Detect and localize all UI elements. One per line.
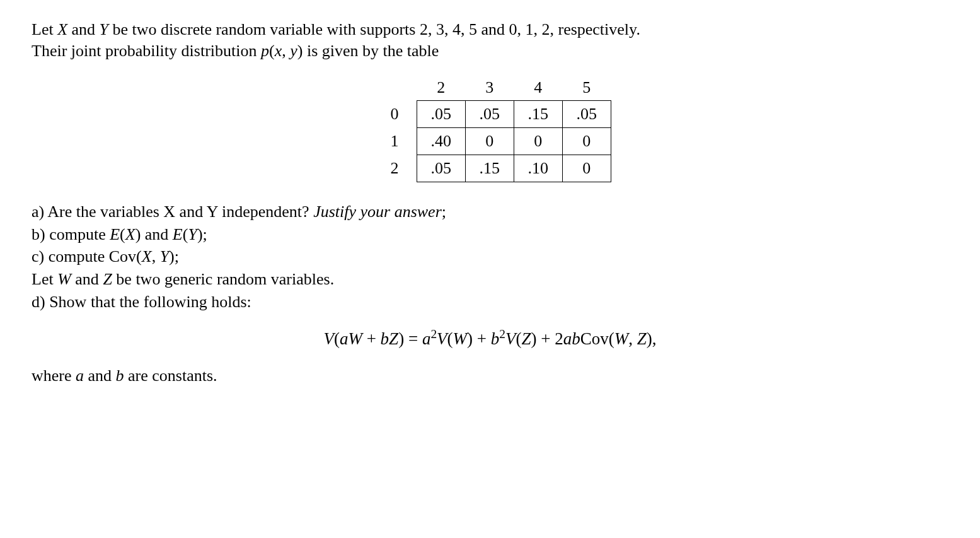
eq-lhs-open: (: [334, 329, 340, 348]
qa-post: ;: [442, 202, 446, 221]
eq-equals: =: [404, 329, 422, 348]
qd-text: d) Show that the following holds:: [32, 293, 251, 311]
table-row: 2 .05 .15 .10 0: [369, 155, 611, 182]
row-header: 1: [369, 128, 417, 155]
question-d: d) Show that the following holds:: [32, 291, 948, 313]
eq-sq2: 2: [499, 327, 505, 341]
question-c: c) compute Cov(X, Y);: [32, 246, 948, 267]
eq-ab: ab: [563, 329, 580, 348]
closing-mid: and: [84, 366, 116, 385]
func-p: p: [261, 42, 269, 60]
intro-text-4: Their joint probability distribution: [32, 42, 261, 60]
eq-lhs-close: ): [398, 329, 404, 348]
closing-a: a: [76, 366, 84, 385]
eq-V: V: [323, 329, 334, 348]
qb-mid: and: [141, 225, 173, 243]
eq-sq1: 2: [430, 327, 437, 341]
closing-line: where a and b are constants.: [32, 365, 948, 387]
row-header: 0: [369, 101, 417, 128]
eq-VW: V: [437, 329, 447, 348]
var-Y: Y: [100, 20, 108, 38]
let-pre: Let: [32, 270, 57, 288]
qa-text: a) Are the variables X and Y independent…: [32, 202, 313, 221]
questions-block: a) Are the variables X and Y independent…: [32, 201, 948, 313]
col-header: 3: [465, 74, 514, 101]
qb-post: ;: [203, 225, 207, 243]
eq-W: W: [348, 329, 362, 348]
eq-Cov-arg: (W, Z): [609, 329, 652, 348]
qb-text: b) compute: [32, 225, 110, 243]
var-Z: Z: [103, 270, 112, 288]
prob-cell: .40: [417, 128, 465, 155]
intro-text-3: be two discrete random variable with sup…: [108, 20, 640, 38]
eq-a: a: [340, 329, 349, 348]
eq-b2: b: [491, 329, 500, 348]
question-b: b) compute E(X) and E(Y);: [32, 224, 948, 245]
prob-cell: .05: [562, 101, 611, 128]
prob-cell: 0: [562, 155, 611, 182]
closing-b: b: [116, 366, 124, 385]
prob-cell: 0: [562, 128, 611, 155]
probability-table-wrap: 2 3 4 5 0 .05 .05 .15 .05 1 .40 0 0 0 2 …: [32, 74, 948, 182]
eq-plus2: +: [473, 329, 491, 348]
qa-italic: Justify your answer: [313, 202, 442, 221]
eq-VZ-arg: (Z): [516, 329, 537, 348]
table-corner: [369, 74, 417, 101]
col-header: 2: [417, 74, 465, 101]
intro-paragraph: Let X and Y be two discrete random varia…: [32, 19, 948, 62]
qb-EY: E: [173, 225, 183, 243]
prob-cell: 0: [514, 128, 562, 155]
qb-EX: E: [110, 225, 120, 243]
intro-text-1: Let: [32, 20, 57, 38]
let-post: be two generic random variables.: [112, 270, 334, 288]
prob-cell: .15: [465, 155, 514, 182]
eq-plus1: +: [362, 329, 381, 348]
eq-plus3: + 2: [537, 329, 563, 348]
qc-text: c) compute Cov: [32, 247, 136, 266]
prob-cell: .10: [514, 155, 562, 182]
eq-VW-arg: (W): [447, 329, 473, 348]
closing-post: are constants.: [124, 366, 217, 385]
equation-display: V(aW + bZ) = a2V(W) + b2V(Z) + 2abCov(W,…: [32, 328, 948, 350]
intro-text-2: and: [67, 20, 100, 38]
qc-post: ;: [175, 247, 179, 266]
prob-cell: 0: [465, 128, 514, 155]
col-header: 5: [562, 74, 611, 101]
prob-cell: .15: [514, 101, 562, 128]
eq-a2: a: [422, 329, 431, 348]
prob-cell: .05: [417, 155, 465, 182]
var-X: X: [57, 20, 67, 38]
eq-Cov: Cov: [580, 329, 609, 348]
probability-table: 2 3 4 5 0 .05 .05 .15 .05 1 .40 0 0 0 2 …: [369, 74, 611, 182]
let-line: Let W and Z be two generic random variab…: [32, 269, 948, 290]
closing-pre: where: [32, 366, 76, 385]
table-row: 1 .40 0 0 0: [369, 128, 611, 155]
func-p-args: (x, y): [269, 42, 303, 60]
row-header: 2: [369, 155, 417, 182]
prob-cell: .05: [417, 101, 465, 128]
eq-comma: ,: [652, 329, 657, 348]
let-mid: and: [71, 270, 103, 288]
prob-cell: .05: [465, 101, 514, 128]
qc-args: (X, Y): [136, 247, 175, 266]
var-W: W: [57, 270, 71, 288]
eq-Z: Z: [389, 329, 398, 348]
table-row: 0 .05 .05 .15 .05: [369, 101, 611, 128]
intro-text-5: is given by the table: [303, 42, 439, 60]
eq-VZ: V: [505, 329, 516, 348]
qb-EY-arg: (Y): [183, 225, 203, 243]
qb-EX-arg: (X): [120, 225, 141, 243]
eq-b: b: [381, 329, 389, 348]
col-header: 4: [514, 74, 562, 101]
question-a: a) Are the variables X and Y independent…: [32, 201, 948, 223]
